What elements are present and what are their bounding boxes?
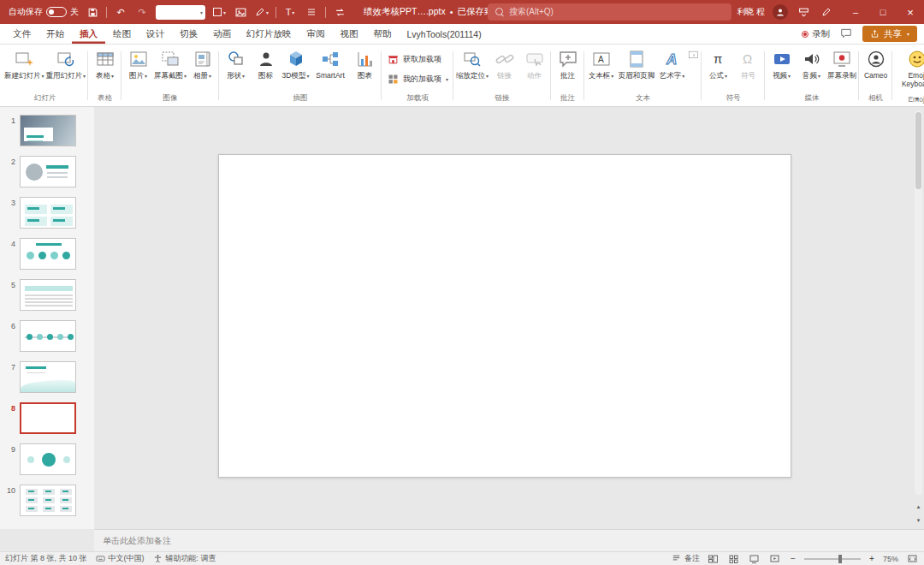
- cameo-button[interactable]: Cameo: [861, 45, 891, 80]
- slide-number-icon[interactable]: #: [687, 49, 700, 62]
- zoom-percent[interactable]: 75%: [883, 555, 898, 563]
- chart-button[interactable]: 图表: [350, 45, 380, 80]
- screenshot-button[interactable]: 屏幕截图▾: [153, 45, 187, 80]
- qat-shape-icon[interactable]: ▾: [211, 4, 227, 20]
- qat-swap-icon[interactable]: [332, 4, 347, 20]
- smartart-button[interactable]: SmartArt: [311, 45, 350, 80]
- equation-button[interactable]: π 公式▾: [703, 45, 733, 80]
- slide-thumbnail-5[interactable]: [20, 279, 76, 311]
- slide-item-8[interactable]: 8: [0, 402, 94, 434]
- slide-item-7[interactable]: 7: [0, 361, 94, 393]
- slide-thumbnail-4[interactable]: [20, 238, 76, 270]
- close-button[interactable]: ×: [897, 0, 924, 24]
- notes-pane[interactable]: 单击此处添加备注: [94, 529, 924, 551]
- accessibility-status[interactable]: 辅助功能: 调查: [153, 553, 216, 564]
- tab-addin-lvyhtools[interactable]: LvyhTools(201114): [400, 24, 489, 44]
- minimize-button[interactable]: –: [842, 0, 869, 24]
- record-button[interactable]: 录制: [802, 28, 830, 40]
- previous-slide-button[interactable]: ▴: [914, 501, 923, 512]
- next-slide-button[interactable]: ▾: [914, 514, 923, 526]
- fit-slide-to-window-button[interactable]: [905, 553, 919, 565]
- vertical-scrollbar[interactable]: [915, 110, 922, 495]
- undo-icon[interactable]: ↶: [113, 4, 128, 20]
- 3d-models-button[interactable]: 3D模型▾: [281, 45, 311, 80]
- slide-counter[interactable]: 幻灯片 第 8 张, 共 10 张: [5, 553, 87, 564]
- save-icon[interactable]: [85, 4, 100, 20]
- slide-item-6[interactable]: 6: [0, 320, 94, 352]
- qat-list-icon[interactable]: [304, 4, 319, 20]
- slide-item-5[interactable]: 5: [0, 279, 94, 311]
- slide-thumbnail-2[interactable]: [20, 156, 76, 187]
- share-button[interactable]: 共享 ▾: [862, 26, 917, 42]
- zoom-slider[interactable]: [804, 558, 861, 560]
- slideshow-view-button[interactable]: [768, 553, 782, 565]
- slide-item-10[interactable]: 10: [0, 485, 94, 516]
- tab-draw[interactable]: 绘图: [105, 24, 139, 44]
- shapes-button[interactable]: 形状▾: [221, 45, 251, 80]
- reading-view-button[interactable]: [748, 553, 761, 565]
- tab-transitions[interactable]: 切换: [172, 24, 205, 44]
- zoom-in-button[interactable]: +: [868, 554, 876, 563]
- user-name[interactable]: 利晓 程: [737, 6, 765, 18]
- video-button[interactable]: 视频▾: [767, 45, 797, 80]
- get-addins-button[interactable]: 获取加载项: [383, 51, 445, 68]
- tab-file[interactable]: 文件: [5, 24, 38, 44]
- tab-design[interactable]: 设计: [139, 24, 172, 44]
- notes-toggle-button[interactable]: 备注: [672, 553, 700, 564]
- photo-album-button[interactable]: 相册▾: [187, 45, 217, 80]
- normal-view-button[interactable]: [707, 553, 720, 565]
- pictures-button[interactable]: 图片▾: [123, 45, 153, 80]
- audio-button[interactable]: 音频▾: [797, 45, 826, 80]
- my-addins-button[interactable]: 我的加载项 ▾: [383, 70, 452, 88]
- slide-sorter-view-button[interactable]: [727, 553, 741, 565]
- comments-panel-icon[interactable]: [840, 27, 852, 41]
- slide-thumbnail-6[interactable]: [20, 320, 76, 352]
- tab-animations[interactable]: 动画: [205, 24, 239, 44]
- slide-thumbnail-3[interactable]: [20, 197, 76, 229]
- maximize-button[interactable]: □: [869, 0, 897, 24]
- slide-item-4[interactable]: 4: [0, 238, 94, 270]
- tab-help[interactable]: 帮助: [366, 24, 400, 44]
- new-comment-button[interactable]: 批注: [553, 45, 583, 80]
- slide-thumbnail-7[interactable]: [20, 361, 76, 393]
- collapse-ribbon-button[interactable]: ▾: [915, 95, 919, 103]
- qat-picture-icon[interactable]: [233, 4, 248, 20]
- slide-thumbnail-10[interactable]: [20, 485, 76, 516]
- language-status[interactable]: 中文(中国): [96, 553, 145, 564]
- slide-item-2[interactable]: 2: [0, 156, 94, 187]
- tab-home[interactable]: 开始: [38, 24, 72, 44]
- autosave-toggle[interactable]: 自动保存 关: [9, 6, 79, 18]
- icons-button[interactable]: 图标: [251, 45, 281, 80]
- emoji-keyboard-button[interactable]: Emoji Keyboard: [894, 45, 924, 88]
- text-box-button[interactable]: A 文本框▾: [586, 45, 616, 80]
- ribbon-display-options-icon[interactable]: [796, 4, 811, 20]
- slide-item-1[interactable]: 1: [0, 115, 94, 146]
- slide-item-3[interactable]: 3: [0, 197, 94, 229]
- zoom-slider-thumb[interactable]: [838, 555, 842, 563]
- ink-pen-icon[interactable]: [819, 4, 834, 20]
- user-avatar[interactable]: [773, 4, 788, 20]
- wordart-button[interactable]: A 艺术字▾: [657, 45, 687, 80]
- slide-item-9[interactable]: 9: [0, 443, 94, 475]
- slide-editing-surface[interactable]: [218, 154, 791, 478]
- tab-view[interactable]: 视图: [333, 24, 366, 44]
- tab-slideshow[interactable]: 幻灯片放映: [239, 24, 299, 44]
- slide-thumbnail-8-selected[interactable]: [20, 402, 76, 434]
- tab-review[interactable]: 审阅: [299, 24, 333, 44]
- header-footer-button[interactable]: 页眉和页脚: [616, 45, 657, 80]
- redo-icon[interactable]: ↷: [134, 4, 150, 20]
- qat-pen-icon[interactable]: ▾: [254, 4, 270, 20]
- scrollbar-thumb[interactable]: [915, 112, 921, 189]
- search-box[interactable]: 搜索(Alt+Q): [488, 3, 732, 21]
- reuse-slides-button[interactable]: 重用幻灯片▾: [45, 45, 87, 80]
- slide-thumbnail-9[interactable]: [20, 443, 76, 475]
- quick-style-combobox[interactable]: ▾: [156, 5, 205, 20]
- zoom-out-button[interactable]: −: [789, 554, 797, 563]
- table-button[interactable]: 表格▾: [90, 45, 120, 80]
- zoom-button[interactable]: 缩放定位▾: [455, 45, 489, 80]
- new-slide-button[interactable]: 新建幻灯片▾: [3, 45, 45, 80]
- tab-insert[interactable]: 插入: [72, 24, 105, 44]
- qat-text-icon[interactable]: T▾: [282, 4, 298, 20]
- screen-recording-button[interactable]: 屏幕录制: [826, 45, 857, 80]
- slide-thumbnail-1[interactable]: [20, 115, 76, 146]
